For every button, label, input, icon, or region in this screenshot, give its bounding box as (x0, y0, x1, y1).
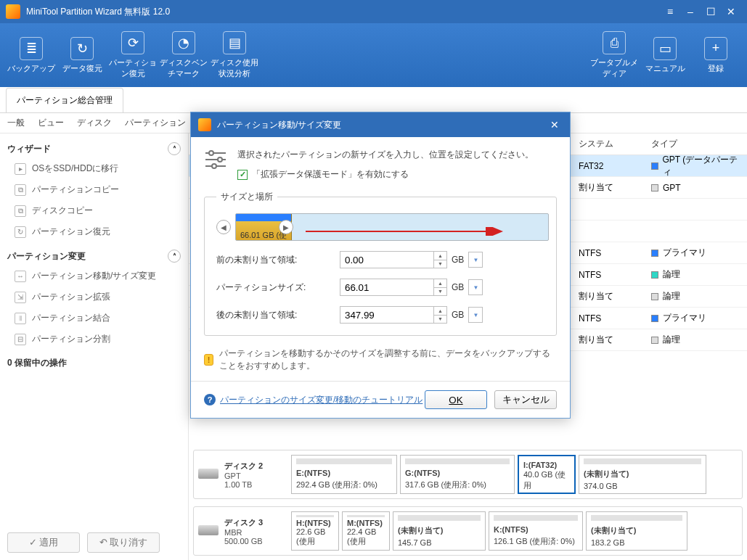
partition-recovery-icon: ⟳ (121, 31, 144, 54)
partition-recovery-button[interactable]: ⟳パーティション復元 (107, 28, 158, 83)
dialog-close-button[interactable]: ✕ (547, 117, 563, 133)
ok-button[interactable]: OK (425, 390, 487, 409)
data-recovery-button[interactable]: ↻データ復元 (57, 28, 107, 83)
partition-block[interactable]: G:(NTFS)317.6 GB (使用済: 0%) (400, 455, 515, 494)
dialog-title-bar: パーティション移動/サイズ変更 ✕ (191, 112, 570, 137)
partition-size-input[interactable]: ▲▼ (340, 279, 447, 296)
sidebar-item-copy-disk[interactable]: ⧉ディスクコピー (4, 200, 184, 221)
partition-block[interactable]: M:(NTFS)22.4 GB (使用 (342, 511, 390, 551)
step-up-icon[interactable]: ▲ (434, 279, 446, 288)
backup-warning: ! パーティションを移動するかそのサイズを調整する前に、データをバックアップする… (204, 347, 557, 372)
warning-text: パーティションを移動するかそのサイズを調整する前に、データをバックアップすること… (219, 347, 557, 372)
color-square-icon (651, 293, 658, 300)
step-down-icon[interactable]: ▼ (434, 260, 446, 268)
partition-block[interactable]: (未割り当て)374.0 GB (579, 455, 706, 494)
register-button[interactable]: +登録 (690, 28, 741, 83)
before-unalloc-field[interactable] (340, 251, 434, 268)
cell-system: NTFS (573, 313, 645, 324)
app-logo-icon (6, 4, 20, 19)
partition-block[interactable]: (未割り当て)145.7 GB (393, 511, 486, 551)
sidebar-item-split[interactable]: ⊟パーティション分割 (4, 329, 184, 350)
cell-type: 論理 (645, 334, 747, 346)
sidebar-item-migrate-os[interactable]: ▸OSをSSD/HDDに移行 (4, 158, 184, 179)
sidebar-item-recover-partition[interactable]: ↻パーティション復元 (4, 221, 184, 242)
sidebar-item-label: OSをSSD/HDDに移行 (32, 162, 118, 175)
copy-disk-icon: ⧉ (15, 205, 26, 217)
section-title: パーティション変更 (7, 250, 86, 263)
tutorial-link[interactable]: ? パーティションのサイズ変更/移動のチュートリアル (204, 394, 423, 406)
recovery-icon: ↻ (70, 37, 94, 60)
unit-dropdown[interactable]: ▼ (468, 252, 483, 268)
slider-left-button[interactable]: ◀ (216, 220, 231, 234)
step-up-icon[interactable]: ▲ (434, 252, 446, 260)
unit-dropdown[interactable]: ▼ (468, 279, 483, 295)
ribbon-label: マニュアル (645, 63, 685, 74)
book-icon: ▭ (653, 37, 677, 60)
protect-mode-checkbox[interactable]: ✓ 「拡張データ保護モード」を有効にする (237, 168, 557, 181)
partition-block[interactable]: E:(NTFS)292.4 GB (使用済: 0%) (291, 455, 397, 494)
sidebar-item-copy-partition[interactable]: ⧉パーティションコピー (4, 179, 184, 200)
step-down-icon[interactable]: ▼ (434, 288, 446, 296)
cell-type: プライマリ (645, 312, 747, 324)
pending-operations: 0 保留中の操作 (4, 350, 184, 376)
ribbon-label: バックアップ (7, 63, 55, 74)
cancel-button[interactable]: キャンセル (494, 390, 557, 409)
title-bar: MiniTool Partition Wizard 無料版 12.0 ≡ – ☐… (0, 0, 747, 23)
bootable-media-button[interactable]: ⎙ブータブルメディア (589, 28, 640, 83)
apply-button[interactable]: ✓ 適用 (7, 532, 80, 553)
help-icon: ? (204, 394, 216, 405)
disk-benchmark-button[interactable]: ◔ディスクベンチマーク (158, 28, 209, 83)
wizard-header[interactable]: ウィザード ˄ (4, 139, 184, 158)
menu-partition[interactable]: パーティション (125, 117, 186, 129)
sidebar-item-label: パーティション拡張 (32, 291, 110, 303)
split-icon: ⊟ (15, 334, 26, 345)
sidebar-item-merge[interactable]: ⫴パーティション結合 (4, 308, 184, 329)
partition-block[interactable]: H:(NTFS)22.6 GB (使用 (291, 511, 339, 551)
menu-disk[interactable]: ディスク (77, 117, 112, 129)
sidebar-item-extend[interactable]: ⇲パーティション拡張 (4, 287, 184, 308)
annotation-arrow-icon (306, 227, 509, 236)
partition-block[interactable]: (未割り当て)183.2 GB (586, 511, 687, 551)
partition-block[interactable]: I:(FAT32)40.0 GB (使用 (518, 455, 576, 494)
close-button[interactable]: ✕ (721, 3, 741, 20)
disk-name: ディスク 2 (224, 461, 287, 472)
disk-usage-button[interactable]: ▤ディスク使用状況分析 (209, 28, 260, 83)
menu-view[interactable]: ビュー (38, 117, 64, 129)
ribbon-toolbar: ≣バックアップ ↻データ復元 ⟳パーティション復元 ◔ディスクベンチマーク ▤デ… (0, 23, 747, 87)
disk-scheme: MBR (224, 528, 287, 537)
col-type[interactable]: タイプ (645, 138, 747, 150)
menu-general[interactable]: 一般 (7, 117, 25, 129)
maximize-button[interactable]: ☐ (701, 3, 721, 20)
change-header[interactable]: パーティション変更 ˄ (4, 247, 184, 265)
chevron-up-icon[interactable]: ˄ (168, 250, 181, 263)
step-up-icon[interactable]: ▲ (434, 307, 446, 316)
manual-button[interactable]: ▭マニュアル (640, 28, 690, 83)
before-unalloc-input[interactable]: ▲▼ (340, 251, 447, 268)
undo-button[interactable]: ↶ 取り消す (87, 532, 160, 553)
disk-meta: ディスク 3 MBR 500.00 GB (224, 517, 287, 545)
disk-row-3: ディスク 3 MBR 500.00 GB H:(NTFS)22.6 GB (使用… (193, 506, 743, 556)
step-down-icon[interactable]: ▼ (434, 316, 446, 324)
after-unalloc-input[interactable]: ▲▼ (340, 306, 447, 324)
after-unalloc-label: 後の未割り当て領域: (216, 309, 340, 321)
unit-label: GB (452, 255, 464, 265)
backup-button[interactable]: ≣バックアップ (6, 28, 57, 83)
col-system[interactable]: システム (573, 138, 645, 150)
sidebar-item-move-resize[interactable]: ↔パーティション移動/サイズ変更 (4, 265, 184, 287)
minimize-button[interactable]: – (680, 3, 701, 20)
app-logo-icon (198, 118, 211, 131)
dialog-title: パーティション移動/サイズ変更 (217, 119, 547, 131)
tab-partition-management[interactable]: パーティション総合管理 (6, 88, 123, 112)
size-location-group: サイズと場所 ◀ 66.01 GB (使F ▶ 前の未割り当て領域: (204, 191, 557, 336)
slider-handle-button[interactable]: ▶ (279, 220, 293, 234)
partition-block[interactable]: K:(NTFS)126.1 GB (使用済: 0%) (489, 511, 583, 551)
cell-system: 割り当て (573, 181, 645, 194)
unit-dropdown[interactable]: ▼ (468, 307, 483, 323)
partition-size-field[interactable] (340, 279, 434, 296)
cell-type: 論理 (645, 268, 747, 281)
chevron-up-icon[interactable]: ˄ (168, 142, 181, 155)
hamburger-icon[interactable]: ≡ (660, 3, 680, 20)
after-unalloc-field[interactable] (340, 306, 434, 324)
usb-icon: ⎙ (603, 31, 626, 54)
disk-row-2: ディスク 2 GPT 1.00 TB E:(NTFS)292.4 GB (使用済… (193, 450, 743, 499)
